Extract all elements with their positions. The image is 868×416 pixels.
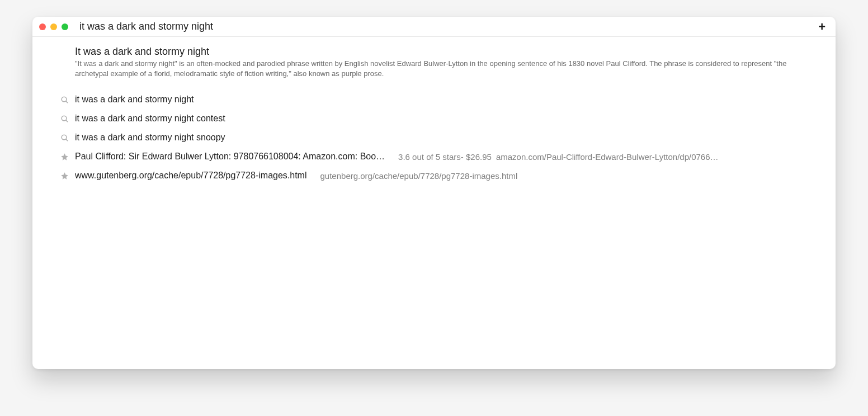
bookmark-meta: 3.6 out of 5 stars- $26.95 xyxy=(398,152,492,162)
search-icon xyxy=(59,94,69,105)
search-suggestion[interactable]: it was a dark and stormy night xyxy=(32,90,836,109)
svg-point-0 xyxy=(62,97,67,102)
minimize-button[interactable] xyxy=(50,23,57,30)
plus-icon: + xyxy=(818,20,825,34)
bookmark-title: www.gutenberg.org/cache/epub/7728/pg7728… xyxy=(75,171,307,181)
suggestion-list: it was a dark and stormy night it was a … xyxy=(32,90,836,185)
bookmark-suggestion[interactable]: www.gutenberg.org/cache/epub/7728/pg7728… xyxy=(32,166,836,185)
svg-line-1 xyxy=(65,101,67,103)
suggestion-text: it was a dark and stormy night xyxy=(75,94,194,105)
top-result-title: It was a dark and stormy night xyxy=(75,46,811,58)
star-icon xyxy=(59,152,69,162)
search-suggestion[interactable]: it was a dark and stormy night contest xyxy=(32,109,836,128)
traffic-lights xyxy=(39,23,68,30)
suggestions-panel: It was a dark and stormy night "It was a… xyxy=(32,37,836,369)
bookmark-suggestion[interactable]: Paul Clifford: Sir Edward Bulwer Lytton:… xyxy=(32,147,836,166)
close-button[interactable] xyxy=(39,23,46,30)
star-icon xyxy=(59,171,69,181)
search-icon xyxy=(59,114,69,124)
svg-line-5 xyxy=(65,139,67,141)
search-input[interactable] xyxy=(68,21,815,32)
top-result[interactable]: It was a dark and stormy night "It was a… xyxy=(32,44,836,87)
suggestion-text: it was a dark and stormy night snoopy xyxy=(75,133,225,143)
search-icon xyxy=(59,133,69,143)
svg-point-2 xyxy=(62,116,67,121)
maximize-button[interactable] xyxy=(62,23,68,30)
browser-window: + It was a dark and stormy night "It was… xyxy=(32,17,836,369)
bookmark-title: Paul Clifford: Sir Edward Bulwer Lytton:… xyxy=(75,152,385,162)
new-tab-button[interactable]: + xyxy=(815,21,829,33)
bookmark-url: amazon.com/Paul-Clifford-Edward-Bulwer-L… xyxy=(496,152,811,162)
svg-line-3 xyxy=(65,120,67,122)
bookmark-url: gutenberg.org/cache/epub/7728/pg7728-ima… xyxy=(320,171,518,181)
titlebar: + xyxy=(32,17,836,37)
suggestion-text: it was a dark and stormy night contest xyxy=(75,114,225,124)
top-result-description: "It was a dark and stormy night" is an o… xyxy=(75,59,811,79)
svg-point-4 xyxy=(62,135,67,140)
search-suggestion[interactable]: it was a dark and stormy night snoopy xyxy=(32,128,836,147)
